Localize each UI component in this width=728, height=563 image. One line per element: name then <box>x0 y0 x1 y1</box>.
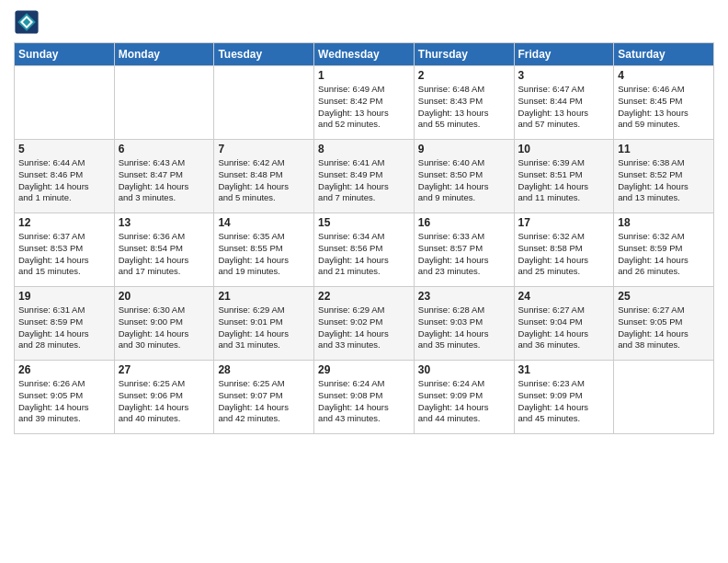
header-wednesday: Wednesday <box>314 43 415 66</box>
header-saturday: Saturday <box>614 43 714 66</box>
day-number: 15 <box>318 216 410 229</box>
header-tuesday: Tuesday <box>214 43 314 66</box>
day-info: Sunrise: 6:33 AM Sunset: 8:57 PM Dayligh… <box>418 231 510 278</box>
day-number: 25 <box>618 290 710 303</box>
day-number: 13 <box>119 216 210 229</box>
calendar-cell <box>114 66 214 140</box>
day-info: Sunrise: 6:25 AM Sunset: 9:07 PM Dayligh… <box>218 378 310 425</box>
calendar-header-row: SundayMondayTuesdayWednesdayThursdayFrid… <box>15 43 714 66</box>
calendar-cell: 11Sunrise: 6:38 AM Sunset: 8:52 PM Dayli… <box>614 140 714 213</box>
day-info: Sunrise: 6:30 AM Sunset: 9:00 PM Dayligh… <box>119 304 210 351</box>
day-info: Sunrise: 6:31 AM Sunset: 8:59 PM Dayligh… <box>18 304 110 351</box>
calendar-week-4: 19Sunrise: 6:31 AM Sunset: 8:59 PM Dayli… <box>15 287 714 361</box>
calendar-cell: 20Sunrise: 6:30 AM Sunset: 9:00 PM Dayli… <box>114 287 214 361</box>
calendar-cell: 2Sunrise: 6:48 AM Sunset: 8:43 PM Daylig… <box>414 66 514 140</box>
calendar-cell: 27Sunrise: 6:25 AM Sunset: 9:06 PM Dayli… <box>114 361 214 434</box>
calendar-cell: 30Sunrise: 6:24 AM Sunset: 9:09 PM Dayli… <box>414 361 514 434</box>
day-number: 3 <box>518 69 610 82</box>
calendar-cell: 15Sunrise: 6:34 AM Sunset: 8:56 PM Dayli… <box>314 213 415 287</box>
day-number: 18 <box>618 216 710 229</box>
day-number: 5 <box>18 143 110 155</box>
calendar-cell: 24Sunrise: 6:27 AM Sunset: 9:04 PM Dayli… <box>514 287 614 361</box>
header-monday: Monday <box>114 43 214 66</box>
calendar-cell: 22Sunrise: 6:29 AM Sunset: 9:02 PM Dayli… <box>314 287 415 361</box>
day-number: 9 <box>418 143 510 155</box>
calendar-week-2: 5Sunrise: 6:44 AM Sunset: 8:46 PM Daylig… <box>15 140 714 213</box>
day-info: Sunrise: 6:24 AM Sunset: 9:08 PM Dayligh… <box>318 378 410 425</box>
day-info: Sunrise: 6:29 AM Sunset: 9:01 PM Dayligh… <box>218 304 310 351</box>
calendar-cell: 7Sunrise: 6:42 AM Sunset: 8:48 PM Daylig… <box>214 140 314 213</box>
day-number: 31 <box>518 363 610 376</box>
calendar-week-5: 26Sunrise: 6:26 AM Sunset: 9:05 PM Dayli… <box>15 361 714 434</box>
calendar-cell: 16Sunrise: 6:33 AM Sunset: 8:57 PM Dayli… <box>414 213 514 287</box>
day-number: 16 <box>418 216 510 229</box>
day-number: 26 <box>18 363 110 376</box>
day-info: Sunrise: 6:49 AM Sunset: 8:42 PM Dayligh… <box>318 84 410 131</box>
day-number: 2 <box>418 69 510 82</box>
day-info: Sunrise: 6:40 AM Sunset: 8:50 PM Dayligh… <box>418 157 510 204</box>
calendar-cell: 31Sunrise: 6:23 AM Sunset: 9:09 PM Dayli… <box>514 361 614 434</box>
day-info: Sunrise: 6:37 AM Sunset: 8:53 PM Dayligh… <box>18 231 110 278</box>
calendar-table: SundayMondayTuesdayWednesdayThursdayFrid… <box>14 42 714 434</box>
calendar-cell: 23Sunrise: 6:28 AM Sunset: 9:03 PM Dayli… <box>414 287 514 361</box>
day-info: Sunrise: 6:36 AM Sunset: 8:54 PM Dayligh… <box>119 231 210 278</box>
calendar-cell: 13Sunrise: 6:36 AM Sunset: 8:54 PM Dayli… <box>114 213 214 287</box>
day-number: 30 <box>418 363 510 376</box>
calendar-cell: 1Sunrise: 6:49 AM Sunset: 8:42 PM Daylig… <box>314 66 415 140</box>
calendar-cell: 19Sunrise: 6:31 AM Sunset: 8:59 PM Dayli… <box>15 287 115 361</box>
day-info: Sunrise: 6:32 AM Sunset: 8:58 PM Dayligh… <box>518 231 610 278</box>
calendar-cell: 4Sunrise: 6:46 AM Sunset: 8:45 PM Daylig… <box>614 66 714 140</box>
day-number: 28 <box>218 363 310 376</box>
day-number: 1 <box>318 69 410 82</box>
day-number: 23 <box>418 290 510 303</box>
day-info: Sunrise: 6:47 AM Sunset: 8:44 PM Dayligh… <box>518 84 610 131</box>
calendar-cell: 28Sunrise: 6:25 AM Sunset: 9:07 PM Dayli… <box>214 361 314 434</box>
day-number: 14 <box>218 216 310 229</box>
day-info: Sunrise: 6:28 AM Sunset: 9:03 PM Dayligh… <box>418 304 510 351</box>
day-number: 20 <box>119 290 210 303</box>
day-number: 24 <box>518 290 610 303</box>
day-number: 17 <box>518 216 610 229</box>
calendar-cell <box>214 66 314 140</box>
day-number: 29 <box>318 363 410 376</box>
day-info: Sunrise: 6:39 AM Sunset: 8:51 PM Dayligh… <box>518 157 610 204</box>
calendar-cell: 18Sunrise: 6:32 AM Sunset: 8:59 PM Dayli… <box>614 213 714 287</box>
day-info: Sunrise: 6:29 AM Sunset: 9:02 PM Dayligh… <box>318 304 410 351</box>
day-number: 8 <box>318 143 410 155</box>
day-info: Sunrise: 6:44 AM Sunset: 8:46 PM Dayligh… <box>18 157 110 204</box>
header <box>14 9 714 35</box>
logo <box>14 9 43 35</box>
day-number: 11 <box>618 143 710 155</box>
day-info: Sunrise: 6:27 AM Sunset: 9:05 PM Dayligh… <box>618 304 710 351</box>
calendar-cell: 17Sunrise: 6:32 AM Sunset: 8:58 PM Dayli… <box>514 213 614 287</box>
day-info: Sunrise: 6:27 AM Sunset: 9:04 PM Dayligh… <box>518 304 610 351</box>
day-number: 7 <box>218 143 310 155</box>
calendar-cell: 14Sunrise: 6:35 AM Sunset: 8:55 PM Dayli… <box>214 213 314 287</box>
calendar-cell: 26Sunrise: 6:26 AM Sunset: 9:05 PM Dayli… <box>15 361 115 434</box>
header-sunday: Sunday <box>15 43 115 66</box>
day-info: Sunrise: 6:41 AM Sunset: 8:49 PM Dayligh… <box>318 157 410 204</box>
day-info: Sunrise: 6:34 AM Sunset: 8:56 PM Dayligh… <box>318 231 410 278</box>
calendar-week-1: 1Sunrise: 6:49 AM Sunset: 8:42 PM Daylig… <box>15 66 714 140</box>
day-info: Sunrise: 6:26 AM Sunset: 9:05 PM Dayligh… <box>18 378 110 425</box>
page: SundayMondayTuesdayWednesdayThursdayFrid… <box>0 0 728 563</box>
day-number: 10 <box>518 143 610 155</box>
calendar-cell: 29Sunrise: 6:24 AM Sunset: 9:08 PM Dayli… <box>314 361 415 434</box>
day-number: 12 <box>18 216 110 229</box>
calendar-cell <box>614 361 714 434</box>
day-info: Sunrise: 6:25 AM Sunset: 9:06 PM Dayligh… <box>119 378 210 425</box>
day-number: 22 <box>318 290 410 303</box>
calendar-cell: 9Sunrise: 6:40 AM Sunset: 8:50 PM Daylig… <box>414 140 514 213</box>
day-number: 6 <box>119 143 210 155</box>
calendar-cell: 12Sunrise: 6:37 AM Sunset: 8:53 PM Dayli… <box>15 213 115 287</box>
header-friday: Friday <box>514 43 614 66</box>
calendar-cell: 21Sunrise: 6:29 AM Sunset: 9:01 PM Dayli… <box>214 287 314 361</box>
calendar-cell: 10Sunrise: 6:39 AM Sunset: 8:51 PM Dayli… <box>514 140 614 213</box>
day-info: Sunrise: 6:48 AM Sunset: 8:43 PM Dayligh… <box>418 84 510 131</box>
day-info: Sunrise: 6:23 AM Sunset: 9:09 PM Dayligh… <box>518 378 610 425</box>
day-info: Sunrise: 6:35 AM Sunset: 8:55 PM Dayligh… <box>218 231 310 278</box>
calendar-cell <box>15 66 115 140</box>
day-number: 19 <box>18 290 110 303</box>
day-info: Sunrise: 6:43 AM Sunset: 8:47 PM Dayligh… <box>119 157 210 204</box>
day-info: Sunrise: 6:38 AM Sunset: 8:52 PM Dayligh… <box>618 157 710 204</box>
